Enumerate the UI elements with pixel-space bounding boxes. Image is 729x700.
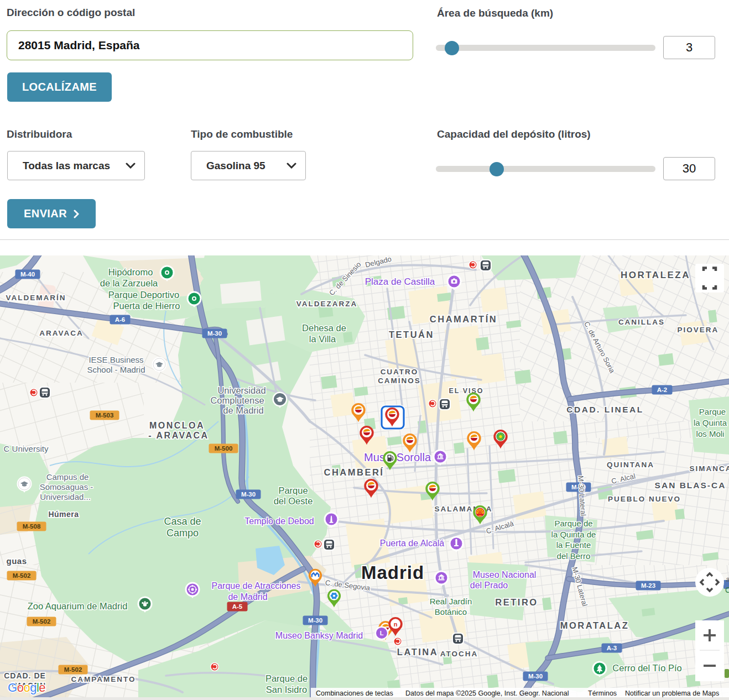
svg-text:M-40: M-40 (20, 271, 35, 278)
svg-text:C: C (725, 586, 729, 594)
svg-text:Hipódromo: Hipódromo (108, 267, 153, 277)
svg-text:Parque de: Parque de (265, 673, 308, 683)
svg-text:guas: guas (6, 556, 27, 566)
svg-text:San Isidro: San Isidro (266, 685, 307, 694)
svg-text:Parque Deportivo: Parque Deportivo (108, 290, 179, 300)
svg-text:Templo de Debod: Templo de Debod (244, 516, 314, 526)
svg-text:A-3: A-3 (607, 645, 617, 651)
svg-text:Somosaguas -: Somosaguas - (40, 482, 93, 492)
svg-text:Google: Google (8, 681, 45, 694)
svg-text:IESE Business: IESE Business (88, 355, 143, 364)
svg-text:C University: C University (4, 444, 49, 453)
svg-text:a: a (726, 575, 729, 583)
svg-text:Universidad: Universidad (217, 385, 265, 395)
svg-text:n: n (394, 621, 398, 628)
svg-text:los Moli: los Moli (696, 429, 725, 438)
svg-text:L: L (380, 630, 384, 636)
svg-text:Plaza de Castilla: Plaza de Castilla (365, 276, 435, 287)
svg-text:Complutense: Complutense (210, 395, 264, 405)
svg-text:de Madrid: de Madrid (228, 592, 267, 602)
svg-text:M-502: M-502 (64, 666, 82, 673)
svg-text:Sorolla: Sorolla (397, 451, 431, 463)
svg-text:PUEBLO NUEVO: PUEBLO NUEVO (608, 495, 681, 503)
svg-text:Real Jardín: Real Jardín (430, 597, 472, 606)
svg-text:MORATALAZ: MORATALAZ (560, 620, 629, 630)
svg-text:Dehesa de: Dehesa de (302, 323, 346, 333)
svg-text:VALDEZARZA: VALDEZARZA (296, 300, 358, 308)
svg-text:Mus: Mus (364, 451, 385, 463)
svg-text:Húmera: Húmera (48, 510, 79, 519)
svg-text:M-30: M-30 (207, 330, 222, 337)
svg-text:del Prado: del Prado (470, 581, 508, 590)
svg-text:Zoo Aquarium de Madrid: Zoo Aquarium de Madrid (28, 601, 128, 611)
svg-text:HORTALEZA: HORTALEZA (621, 270, 690, 280)
svg-text:Casa de: Casa de (164, 516, 201, 527)
svg-text:MONCLOA: MONCLOA (149, 421, 205, 430)
svg-text:Parque: Parque (699, 407, 726, 416)
svg-text:CDAD. LINEAL: CDAD. LINEAL (566, 405, 643, 414)
svg-text:CHAMARTÍN: CHAMARTÍN (430, 314, 497, 324)
svg-text:Puerta de Hierro: Puerta de Hierro (113, 301, 180, 311)
svg-text:M-23: M-23 (641, 582, 655, 589)
svg-text:Términos: Términos (588, 689, 617, 697)
svg-text:M-508: M-508 (23, 523, 41, 530)
svg-text:SIMANCA: SIMANCA (690, 464, 729, 473)
svg-text:CHAMBERÍ: CHAMBERÍ (324, 467, 384, 477)
svg-text:A-6: A-6 (115, 316, 126, 323)
svg-text:del Oeste: del Oeste (274, 496, 313, 506)
svg-text:Notificar un problema de Maps: Notificar un problema de Maps (625, 689, 719, 697)
svg-text:Parque de: Parque de (554, 519, 592, 528)
svg-text:- ARAVACA: - ARAVACA (148, 431, 209, 440)
svg-text:Cerro del Tío Pío: Cerro del Tío Pío (612, 663, 681, 673)
svg-text:EL VISO: EL VISO (449, 387, 483, 395)
svg-text:RETIRO: RETIRO (495, 597, 538, 607)
svg-text:Datos del mapa ©2025 Google, I: Datos del mapa ©2025 Google, Inst. Geogr… (405, 689, 569, 697)
svg-text:VALDEMARÍN: VALDEMARÍN (6, 294, 66, 302)
svg-text:la Quinta: la Quinta (694, 418, 727, 427)
svg-text:LATINA: LATINA (397, 647, 438, 657)
svg-text:M-502: M-502 (33, 618, 51, 625)
svg-text:M-503: M-503 (96, 412, 114, 419)
svg-text:A-5: A-5 (232, 603, 243, 610)
svg-text:School - Madrid: School - Madrid (87, 365, 145, 374)
svg-text:Museo Nacional: Museo Nacional (473, 570, 537, 579)
svg-text:de Madrid: de Madrid (223, 405, 263, 415)
svg-text:Parque: Parque (278, 485, 308, 495)
svg-text:del Berro: del Berro (557, 551, 591, 561)
svg-text:M-30: M-30 (241, 491, 256, 498)
svg-text:Botánico: Botánico (435, 607, 467, 617)
svg-text:SAN BLAS-CA: SAN BLAS-CA (655, 480, 726, 490)
svg-text:CAMPAMENTO: CAMPAMENTO (71, 675, 136, 683)
svg-text:Combinaciones de teclas: Combinaciones de teclas (316, 689, 393, 697)
svg-text:CANILLAS: CANILLAS (618, 318, 665, 326)
svg-text:la Quinta de: la Quinta de (551, 530, 596, 539)
svg-text:CDAD. DE: CDAD. DE (4, 671, 46, 680)
svg-text:Puerta de Alcalá: Puerta de Alcalá (380, 539, 445, 548)
svg-text:QUINTANA: QUINTANA (607, 461, 654, 469)
svg-text:Parque de Atracciones: Parque de Atracciones (212, 581, 301, 591)
svg-text:M-500: M-500 (215, 445, 233, 452)
svg-text:M-30: M-30 (308, 617, 322, 624)
svg-text:CAMINOS: CAMINOS (378, 377, 421, 385)
svg-text:la Fuente: la Fuente (556, 540, 591, 550)
svg-text:M-502: M-502 (13, 572, 31, 579)
svg-text:Campo: Campo (166, 527, 199, 539)
svg-text:ATOCHA: ATOCHA (440, 650, 478, 658)
svg-text:M-30: M-30 (528, 673, 543, 680)
svg-text:la Villa: la Villa (309, 334, 336, 344)
svg-text:A-2: A-2 (657, 386, 668, 393)
svg-text:Museo Banksy Madrid: Museo Banksy Madrid (275, 631, 363, 640)
svg-text:PIOVERA: PIOVERA (678, 326, 719, 334)
svg-text:Universidad...: Universidad... (40, 492, 91, 502)
svg-text:TETUÁN: TETUÁN (389, 330, 434, 339)
svg-text:CUATRO: CUATRO (381, 368, 419, 376)
svg-text:ARAVACA: ARAVACA (39, 329, 84, 337)
svg-text:de la Zarzuela: de la Zarzuela (100, 278, 158, 288)
svg-text:Madrid: Madrid (361, 562, 424, 583)
svg-text:Campus de: Campus de (46, 472, 89, 482)
